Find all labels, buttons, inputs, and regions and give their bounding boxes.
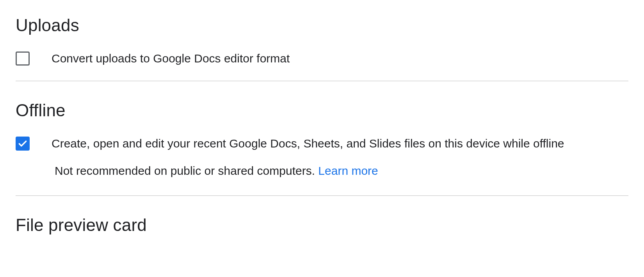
- file-preview-section: File preview card: [16, 211, 628, 235]
- settings-page: Uploads Convert uploads to Google Docs e…: [0, 0, 644, 235]
- offline-hint-text: Not recommended on public or shared comp…: [55, 164, 378, 177]
- offline-enable-checkbox[interactable]: [16, 137, 30, 151]
- uploads-section: Uploads Convert uploads to Google Docs e…: [16, 12, 628, 67]
- offline-hint-row: Not recommended on public or shared comp…: [16, 163, 628, 179]
- convert-uploads-checkbox[interactable]: [16, 51, 30, 66]
- offline-heading: Offline: [16, 101, 628, 120]
- offline-hint-static: Not recommended on public or shared comp…: [55, 164, 318, 177]
- uploads-heading: Uploads: [16, 16, 628, 35]
- offline-enable-label: Create, open and edit your recent Google…: [52, 136, 564, 152]
- check-icon: [18, 138, 28, 149]
- divider-uploads-offline: [16, 81, 628, 81]
- offline-section: Offline Create, open and edit your recen…: [16, 97, 628, 179]
- file-preview-heading: File preview card: [16, 215, 628, 235]
- convert-uploads-row: Convert uploads to Google Docs editor fo…: [16, 51, 628, 67]
- divider-offline-filepreview: [16, 195, 628, 196]
- learn-more-link[interactable]: Learn more: [318, 164, 378, 177]
- offline-enable-row: Create, open and edit your recent Google…: [16, 136, 628, 152]
- convert-uploads-label: Convert uploads to Google Docs editor fo…: [52, 51, 290, 67]
